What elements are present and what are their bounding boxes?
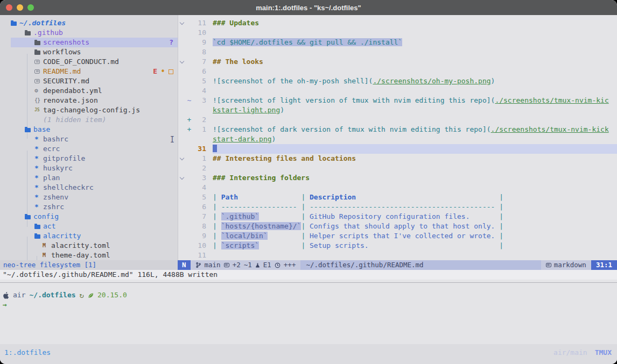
line-text: ![screenshot of light version of tmux wi… bbox=[213, 96, 617, 105]
tree-item-config[interactable]: config bbox=[0, 212, 178, 222]
tree-item-renovate-json[interactable]: {}renovate.json bbox=[0, 96, 178, 105]
tree-item-label: renovate.json bbox=[43, 96, 98, 105]
editor-line-31[interactable]: 31 bbox=[178, 144, 617, 154]
editor-line-9[interactable]: 9`cd $HOME/.dotfiles && git pull && ./in… bbox=[178, 38, 617, 47]
close-button[interactable] bbox=[6, 4, 12, 11]
editor-line-1[interactable]: 1## Interesting files and locations bbox=[178, 154, 617, 163]
git-sign bbox=[186, 38, 193, 47]
line-number: 4 bbox=[193, 183, 206, 192]
line-text bbox=[213, 115, 617, 125]
asterisk-icon: * bbox=[34, 154, 43, 163]
tree-item-bashrc[interactable]: *bashrc bbox=[0, 134, 178, 144]
tree-item-gitprofile[interactable]: *gitprofile bbox=[0, 154, 178, 163]
tree-item-github[interactable]: .github bbox=[0, 28, 178, 38]
tree-item-label: (1 hidden item) bbox=[43, 115, 106, 125]
editor-line-2[interactable]: 2 bbox=[178, 163, 617, 173]
tree-item-alacritty-toml[interactable]: Malacritty.toml bbox=[0, 241, 178, 251]
git-sign bbox=[186, 222, 193, 231]
editor-line-10[interactable]: 10 bbox=[178, 28, 617, 38]
line-text: kstart-light.png) bbox=[213, 105, 617, 115]
editor-line-5[interactable]: 5| Path | Description | bbox=[178, 192, 617, 202]
fold-chevron-icon bbox=[178, 154, 186, 163]
editor-statusline: N main +2 ~1 E1 bbox=[178, 260, 617, 270]
editor-line-11[interactable]: 11 bbox=[178, 251, 617, 260]
tree-item-dependabot-yml[interactable]: ⚙dependabot.yml bbox=[0, 86, 178, 96]
fold-chevron-icon bbox=[178, 57, 186, 67]
tree-item-base[interactable]: base bbox=[0, 125, 178, 134]
editor-line-11[interactable]: 11### Updates bbox=[178, 18, 617, 28]
tree-item-1-hidden-item[interactable]: (1 hidden item) bbox=[0, 115, 178, 125]
editor-line-6[interactable]: 6| ------------------ | ----------------… bbox=[178, 202, 617, 212]
toml-icon: M bbox=[43, 251, 51, 260]
line-text bbox=[213, 28, 617, 38]
tmux-window-label[interactable]: 1:.dotfiles bbox=[4, 347, 51, 358]
text-cursor bbox=[213, 145, 217, 152]
line-text bbox=[213, 86, 617, 96]
tree-item-huskyrc[interactable]: *huskyrc bbox=[0, 163, 178, 173]
git-sign bbox=[186, 202, 193, 212]
fold-chevron-icon bbox=[178, 173, 186, 183]
editor-line-10[interactable]: 10| `scripts` | Setup scripts. | bbox=[178, 241, 617, 251]
editor-line-4[interactable]: 4 bbox=[178, 183, 617, 192]
line-text: | `.github` | GitHub Repository configur… bbox=[213, 212, 617, 222]
git-branch-icon bbox=[195, 262, 201, 268]
editor-line-7[interactable]: 7## The looks bbox=[178, 57, 617, 67]
tree-item-act[interactable]: act bbox=[0, 222, 178, 231]
editor-line-4[interactable]: 4 bbox=[178, 86, 617, 96]
shell-prompt: air ~/.dotfiles ↻ 20.15.0 bbox=[0, 290, 617, 300]
asterisk-icon: * bbox=[34, 163, 43, 173]
tree-item-shellcheckrc[interactable]: *shellcheckrc bbox=[0, 183, 178, 192]
cursor-position: 31:1 bbox=[591, 260, 617, 270]
tree-item-alacritty[interactable]: alacritty bbox=[0, 231, 178, 241]
tree-item-zshenv[interactable]: *zshenv bbox=[0, 192, 178, 202]
editor-line-1[interactable]: +1![screenshot of dark version of tmux w… bbox=[178, 125, 617, 134]
fold-column bbox=[178, 163, 186, 173]
untracked-badge: ? bbox=[169, 38, 173, 47]
tree-item-theme-day-toml[interactable]: Mtheme-day.toml bbox=[0, 251, 178, 260]
editor-line-5[interactable]: 5![screenshot of the oh-my-posh shell](.… bbox=[178, 76, 617, 86]
editor-line-2[interactable]: +2 bbox=[178, 115, 617, 125]
tree-item-ecrc[interactable]: *ecrc bbox=[0, 144, 178, 154]
tree-item-plan[interactable]: *plan bbox=[0, 173, 178, 183]
line-text: ![screenshot of the oh-my-posh shell](./… bbox=[213, 76, 617, 86]
editor-line-8[interactable]: 8| `hosts/{hostname}/`| Configs that sho… bbox=[178, 222, 617, 231]
editor-line-3[interactable]: ~3![screenshot of light version of tmux … bbox=[178, 96, 617, 105]
tree-item-readme-md[interactable]: README.mdE• bbox=[0, 67, 178, 76]
tmux-pane-separator[interactable] bbox=[0, 282, 617, 283]
editor-line-3[interactable]: 3### Interesting folders bbox=[178, 173, 617, 183]
editor-line-7[interactable]: 7| `.github` | GitHub Repository configu… bbox=[178, 212, 617, 222]
tree-item-label: plan bbox=[43, 173, 60, 183]
editor-line-6[interactable]: 6 bbox=[178, 67, 617, 76]
tree-item-label: act bbox=[43, 222, 55, 231]
git-sign bbox=[186, 154, 193, 163]
line-number: 11 bbox=[193, 251, 206, 260]
line-number: 11 bbox=[193, 18, 206, 28]
line-text bbox=[213, 183, 617, 192]
line-text: `cd $HOME/.dotfiles && git pull && ./ins… bbox=[213, 38, 617, 47]
zoom-button[interactable] bbox=[27, 4, 34, 11]
line-text bbox=[213, 67, 617, 76]
statusline-filepath: ~/.dotfiles/.github/README.md bbox=[300, 260, 541, 270]
tree-item-security-md[interactable]: SECURITY.md bbox=[0, 76, 178, 86]
line-text: start-dark.png) bbox=[213, 134, 617, 144]
editor-line-9[interactable]: 9| `local/bin` | Helper scripts that I'v… bbox=[178, 231, 617, 241]
editor-line-wrap[interactable]: kstart-light.png) bbox=[178, 105, 617, 115]
line-number: 3 bbox=[193, 96, 206, 105]
tree-item-dotfiles[interactable]: ~/.dotfiles bbox=[0, 18, 178, 28]
modified-dot-badge: • bbox=[160, 67, 165, 76]
editor-line-wrap[interactable]: start-dark.png) bbox=[178, 134, 617, 144]
tree-item-code-of-conduct-md[interactable]: CODE_OF_CONDUCT.md bbox=[0, 57, 178, 67]
tree-item-workflows[interactable]: workflows bbox=[0, 47, 178, 57]
fold-column bbox=[178, 105, 186, 115]
tree-item-label: alacritty bbox=[43, 231, 81, 241]
editor-pane[interactable]: 11### Updates109`cd $HOME/.dotfiles && g… bbox=[178, 15, 617, 260]
editor-line-8[interactable]: 8 bbox=[178, 47, 617, 57]
fold-column bbox=[178, 231, 186, 241]
tree-item-zshrc[interactable]: *zshrc bbox=[0, 202, 178, 212]
line-text bbox=[213, 251, 617, 260]
tree-item-screenshots[interactable]: screenshots? bbox=[0, 38, 178, 47]
tree-item-tag-changelog-config-js[interactable]: JStag-changelog-config.js bbox=[0, 105, 178, 115]
minimize-button[interactable] bbox=[17, 4, 23, 11]
git-sign bbox=[186, 28, 193, 38]
prompt-arrow: → bbox=[0, 300, 617, 310]
